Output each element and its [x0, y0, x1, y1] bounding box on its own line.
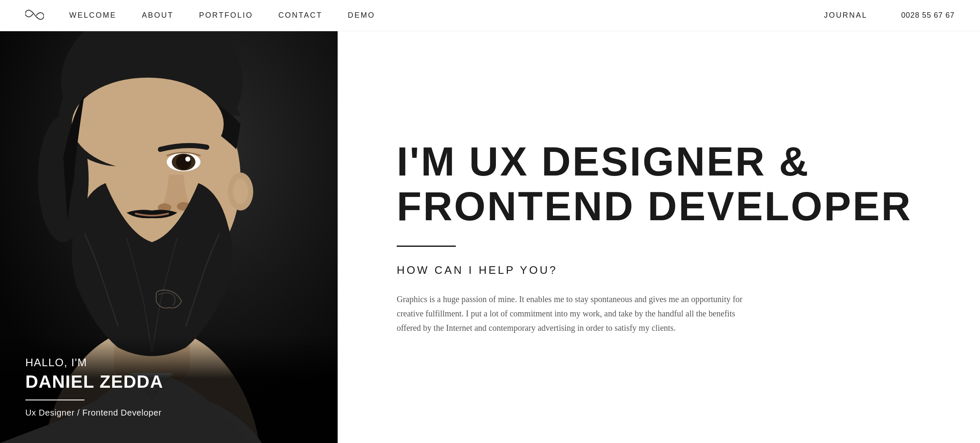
description-paragraph: Graphics is a huge passion of mine. It e… — [397, 292, 760, 335]
person-name: DANIEL ZEDDA — [25, 372, 312, 392]
hero-title-line1: I'M UX DESIGNER & — [397, 139, 810, 184]
content-section: I'M UX DESIGNER & FRONTEND DEVELOPER HOW… — [338, 31, 980, 443]
nav-about[interactable]: ABOUT — [142, 11, 174, 20]
nav-right: JOURNAL 0028 55 67 67 — [824, 11, 955, 20]
nav-journal[interactable]: JOURNAL — [824, 11, 867, 20]
nav-demo[interactable]: DEMO — [348, 11, 375, 20]
nav-links: WELCOME ABOUT PORTFOLIO CONTACT DEMO — [69, 11, 824, 20]
hero-title: I'M UX DESIGNER & FRONTEND DEVELOPER — [397, 139, 921, 228]
portrait-section: HALLO, I'M DANIEL ZEDDA Ux Designer / Fr… — [0, 31, 338, 443]
logo[interactable] — [25, 8, 44, 23]
nav-portfolio[interactable]: PORTFOLIO — [199, 11, 253, 20]
hero-title-line2: FRONTEND DEVELOPER — [397, 184, 912, 229]
main-content: HALLO, I'M DANIEL ZEDDA Ux Designer / Fr… — [0, 31, 980, 443]
portrait-overlay: HALLO, I'M DANIEL ZEDDA Ux Designer / Fr… — [0, 335, 338, 443]
content-divider — [397, 246, 456, 247]
nav-contact[interactable]: CONTACT — [278, 11, 322, 20]
name-divider — [25, 400, 84, 400]
person-role: Ux Designer / Frontend Developer — [25, 408, 312, 418]
greeting-text: HALLO, I'M — [25, 356, 312, 369]
svg-point-11 — [72, 78, 224, 170]
svg-point-15 — [185, 157, 190, 162]
svg-point-14 — [176, 154, 191, 170]
navigation: WELCOME ABOUT PORTFOLIO CONTACT DEMO JOU… — [0, 0, 980, 31]
phone-number: 0028 55 67 67 — [901, 11, 955, 20]
nav-welcome[interactable]: WELCOME — [69, 11, 116, 20]
help-subtitle: HOW CAN I HELP YOU? — [397, 264, 921, 277]
svg-point-9 — [233, 179, 248, 204]
